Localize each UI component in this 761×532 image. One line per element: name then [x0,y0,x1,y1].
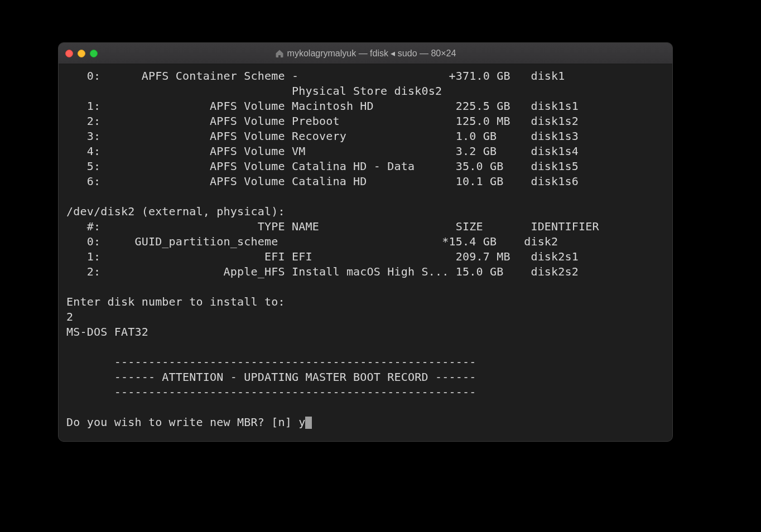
terminal-prompt: Do you wish to write new MBR? [n] y [66,415,305,429]
home-icon [275,49,284,58]
terminal-output: 0: APFS Container Scheme - +371.0 GB dis… [66,69,599,399]
window-title: mykolagrymalyuk — fdisk ◂ sudo — 80×24 [59,48,672,59]
title-text: mykolagrymalyuk — fdisk ◂ sudo — 80×24 [287,48,456,59]
terminal-content[interactable]: 0: APFS Container Scheme - +371.0 GB dis… [59,64,672,441]
traffic-lights [65,50,98,57]
close-button[interactable] [65,50,73,57]
minimize-button[interactable] [78,50,85,57]
title-bar[interactable]: mykolagrymalyuk — fdisk ◂ sudo — 80×24 [59,43,672,64]
terminal-window: mykolagrymalyuk — fdisk ◂ sudo — 80×24 0… [58,42,673,442]
cursor [305,417,312,429]
zoom-button[interactable] [90,50,98,57]
